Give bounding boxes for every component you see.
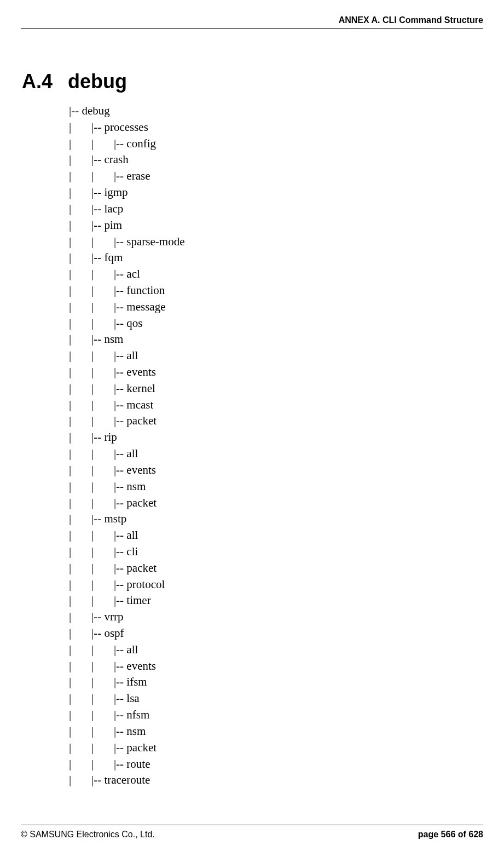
tree-line: | | |-- all [69,527,483,544]
tree-line: | | |-- all [69,642,483,658]
copyright-text: © SAMSUNG Electronics Co., Ltd. [21,830,155,839]
tree-line: | |-- vrrp [69,609,483,625]
tree-line: | | |-- lsa [69,691,483,707]
tree-line: | | |-- packet [69,413,483,429]
page-footer: © SAMSUNG Electronics Co., Ltd. page 566… [21,825,483,839]
tree-line: | | |-- events [69,658,483,675]
section-number: A.4 [22,70,53,93]
page-number: page 566 of 628 [418,830,483,839]
tree-line: | | |-- timer [69,593,483,609]
tree-line: | | |-- packet [69,495,483,511]
command-tree: |-- debug| |-- processes| | |-- config| … [69,103,483,789]
tree-line: | |-- ospf [69,625,483,642]
tree-line: | |-- nsm [69,331,483,348]
tree-line: | | |-- config [69,136,483,152]
tree-line: | |-- crash [69,152,483,168]
section-title-text: debug [68,70,127,93]
tree-line: | | |-- acl [69,266,483,283]
tree-line: | | |-- all [69,446,483,462]
tree-line: | |-- pim [69,217,483,234]
tree-line: | | |-- sparse-mode [69,234,483,250]
tree-line: | | |-- ifsm [69,674,483,691]
tree-line: | | |-- all [69,348,483,364]
tree-line: | | |-- nfsm [69,707,483,723]
tree-line: | | |-- mcast [69,397,483,413]
tree-line: | | |-- function [69,283,483,299]
section-heading: A.4debug [22,70,483,93]
tree-line: | | |-- protocol [69,577,483,593]
tree-line: | |-- mstp [69,511,483,527]
tree-line: | |-- traceroute [69,772,483,789]
tree-line: | |-- fqm [69,250,483,266]
tree-line: | | |-- kernel [69,381,483,397]
tree-line: | | |-- qos [69,315,483,332]
tree-line: | | |-- packet [69,740,483,756]
tree-line: | |-- lacp [69,201,483,217]
tree-line: | | |-- packet [69,560,483,577]
tree-line: | | |-- cli [69,544,483,560]
tree-line: | | |-- erase [69,168,483,185]
content-area: A.4debug |-- debug| |-- processes| | |--… [21,70,483,789]
tree-line: | |-- processes [69,119,483,136]
tree-line: | | |-- events [69,462,483,479]
annex-title: ANNEX A. CLI Command Structure [339,15,483,25]
tree-line: | | |-- route [69,756,483,773]
tree-line: | |-- rip [69,429,483,446]
tree-line: | | |-- events [69,364,483,381]
tree-line: | | |-- message [69,299,483,315]
tree-line: | |-- igmp [69,185,483,201]
tree-line: | | |-- nsm [69,723,483,740]
tree-line: | | |-- nsm [69,479,483,495]
tree-line: |-- debug [69,103,483,119]
page-header: ANNEX A. CLI Command Structure [21,15,483,29]
